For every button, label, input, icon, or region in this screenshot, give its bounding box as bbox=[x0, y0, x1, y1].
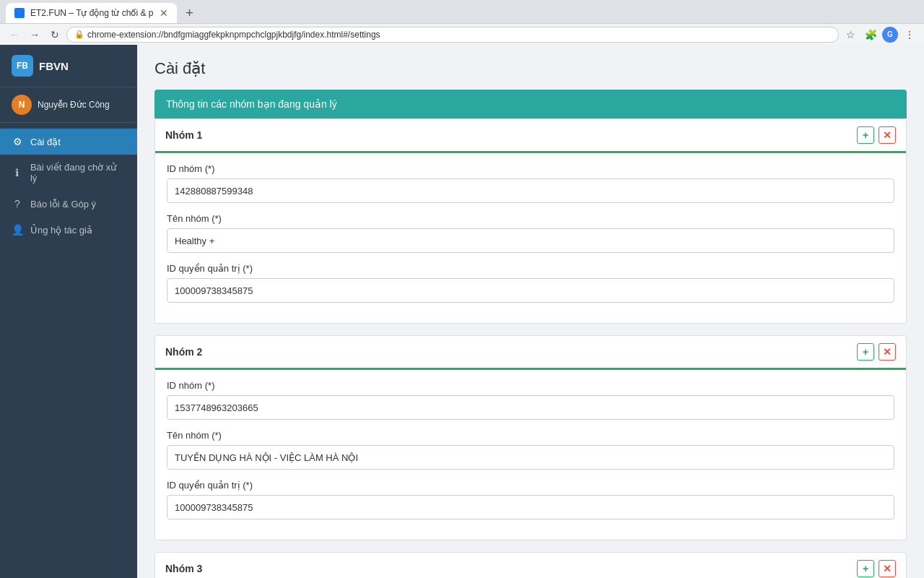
browser-toolbar: ← → ↻ 🔒 chrome-extension://bndfgmiaggfek… bbox=[0, 23, 924, 45]
group-3-add-button[interactable]: + bbox=[857, 560, 874, 577]
group-1-name-input[interactable] bbox=[167, 228, 894, 253]
sidebar-item-report-label: Báo lỗi & Góp ý bbox=[30, 199, 96, 210]
info-banner: Thông tin các nhóm bạn đang quản lý bbox=[154, 90, 907, 118]
group-1-admin-field: ID quyền quản trị (*) bbox=[167, 263, 894, 303]
address-bar[interactable]: 🔒 chrome-extension://bndfgmiaggfekpknpmp… bbox=[66, 27, 839, 43]
group-1-id-input[interactable] bbox=[167, 178, 894, 203]
group-2-name-field: Tên nhóm (*) bbox=[167, 430, 894, 470]
group-2-remove-button[interactable]: ✕ bbox=[879, 343, 896, 361]
group-2-add-button[interactable]: + bbox=[857, 343, 874, 361]
user-display-name: Nguyễn Đức Công bbox=[38, 100, 110, 110]
sidebar-item-pending[interactable]: ℹ Bài viết đang chờ xử lý bbox=[0, 155, 137, 191]
group-2-id-input[interactable] bbox=[167, 395, 894, 420]
sidebar-item-settings-label: Cài đặt bbox=[30, 137, 61, 147]
report-icon: ? bbox=[12, 198, 23, 210]
group-2-id-field: ID nhóm (*) bbox=[167, 380, 894, 420]
group-1-body: ID nhóm (*) Tên nhóm (*) ID quyền quản t… bbox=[155, 153, 906, 323]
group-card-3: Nhóm 3 + ✕ bbox=[154, 552, 907, 578]
user-avatar: N bbox=[12, 95, 32, 115]
group-1-actions: + ✕ bbox=[857, 126, 896, 144]
support-icon: 👤 bbox=[12, 224, 23, 236]
sidebar-item-pending-label: Bài viết đang chờ xử lý bbox=[30, 162, 126, 184]
sidebar-item-report[interactable]: ? Báo lỗi & Góp ý bbox=[0, 191, 137, 217]
page-title: Cài đặt bbox=[154, 59, 907, 78]
bookmark-icon[interactable]: ☆ bbox=[842, 26, 859, 43]
group-2-admin-label: ID quyền quản trị (*) bbox=[167, 480, 894, 491]
new-tab-button[interactable]: + bbox=[180, 3, 200, 23]
menu-icon[interactable]: ⋮ bbox=[901, 26, 918, 43]
browser-chrome: ET2.FUN – Tự động từ chối & p ✕ + ← → ↻ … bbox=[0, 0, 924, 45]
profile-avatar[interactable]: G bbox=[882, 27, 898, 43]
group-1-name-label: Tên nhóm (*) bbox=[167, 213, 894, 224]
sidebar-item-support-label: Ủng hộ tác giả bbox=[30, 225, 92, 236]
group-1-remove-button[interactable]: ✕ bbox=[879, 126, 896, 144]
main-content: Cài đặt Thông tin các nhóm bạn đang quản… bbox=[137, 45, 924, 578]
group-2-name-label: Tên nhóm (*) bbox=[167, 430, 894, 441]
group-1-add-button[interactable]: + bbox=[857, 126, 874, 144]
group-2-name-input[interactable] bbox=[167, 445, 894, 470]
brand-name: FBVN bbox=[39, 60, 69, 72]
sidebar-item-support[interactable]: 👤 Ủng hộ tác giả bbox=[0, 217, 137, 243]
tab-close-button[interactable]: ✕ bbox=[160, 7, 168, 19]
sidebar-nav: ⚙ Cài đặt ℹ Bài viết đang chờ xử lý ? Bá… bbox=[0, 123, 137, 578]
group-1-name-field: Tên nhóm (*) bbox=[167, 213, 894, 253]
url-text: chrome-extension://bndfgmiaggfekpknpmpch… bbox=[87, 30, 380, 40]
group-2-admin-field: ID quyền quản trị (*) bbox=[167, 480, 894, 519]
group-1-title: Nhóm 1 bbox=[165, 129, 202, 141]
browser-tabs: ET2.FUN – Tự động từ chối & p ✕ + bbox=[0, 0, 924, 23]
group-1-admin-label: ID quyền quản trị (*) bbox=[167, 263, 894, 274]
group-1-header: Nhóm 1 + ✕ bbox=[155, 119, 906, 153]
app-container: FB FBVN N Nguyễn Đức Công ⚙ Cài đặt ℹ Bà… bbox=[0, 45, 924, 578]
reload-button[interactable]: ↻ bbox=[46, 26, 64, 43]
lock-icon: 🔒 bbox=[74, 30, 84, 39]
group-card-2: Nhóm 2 + ✕ ID nhóm (*) Tên nhóm (*) ID q… bbox=[154, 335, 907, 540]
group-3-header: Nhóm 3 + ✕ bbox=[155, 553, 906, 578]
brand-icon: FB bbox=[12, 55, 33, 77]
group-1-admin-input[interactable] bbox=[167, 278, 894, 303]
back-button[interactable]: ← bbox=[6, 26, 23, 43]
sidebar-brand: FB FBVN bbox=[0, 45, 137, 87]
sidebar-user: N Nguyễn Đức Công bbox=[0, 87, 137, 123]
group-3-actions: + ✕ bbox=[857, 560, 896, 577]
extension-icon[interactable]: 🧩 bbox=[862, 26, 879, 43]
group-2-admin-input[interactable] bbox=[167, 495, 894, 519]
group-2-body: ID nhóm (*) Tên nhóm (*) ID quyền quản t… bbox=[155, 370, 906, 540]
group-3-title: Nhóm 3 bbox=[165, 563, 202, 574]
group-2-header: Nhóm 2 + ✕ bbox=[155, 336, 906, 370]
sidebar: FB FBVN N Nguyễn Đức Công ⚙ Cài đặt ℹ Bà… bbox=[0, 45, 137, 578]
forward-button[interactable]: → bbox=[26, 26, 43, 43]
group-2-id-label: ID nhóm (*) bbox=[167, 380, 894, 391]
tab-favicon bbox=[14, 8, 25, 18]
group-2-title: Nhóm 2 bbox=[165, 346, 202, 358]
pending-icon: ℹ bbox=[12, 167, 23, 178]
group-3-remove-button[interactable]: ✕ bbox=[879, 560, 896, 577]
group-card-1: Nhóm 1 + ✕ ID nhóm (*) Tên nhóm (*) ID q… bbox=[154, 118, 907, 324]
settings-icon: ⚙ bbox=[12, 136, 23, 147]
group-2-actions: + ✕ bbox=[857, 343, 896, 361]
tab-title: ET2.FUN – Tự động từ chối & p bbox=[30, 8, 154, 18]
group-1-id-label: ID nhóm (*) bbox=[167, 163, 894, 174]
toolbar-actions: ☆ 🧩 G ⋮ bbox=[842, 26, 918, 43]
sidebar-item-settings[interactable]: ⚙ Cài đặt bbox=[0, 129, 137, 155]
info-banner-text: Thông tin các nhóm bạn đang quản lý bbox=[166, 98, 337, 110]
active-tab[interactable]: ET2.FUN – Tự động từ chối & p ✕ bbox=[6, 3, 177, 23]
group-1-id-field: ID nhóm (*) bbox=[167, 163, 894, 203]
